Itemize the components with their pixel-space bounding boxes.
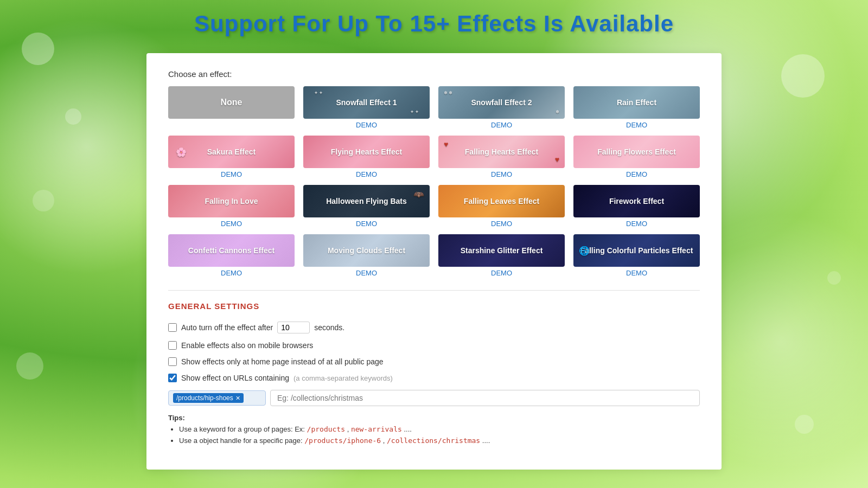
effect-btn-sakura[interactable]: 🌸 Sakura Effect xyxy=(168,136,295,168)
settings-section: GENERAL SETTINGS Auto turn off the effec… xyxy=(168,301,700,445)
auto-turnoff-row: Auto turn off the effect after seconds. xyxy=(168,322,700,333)
effect-cell-halloween: Halloween Flying Bats 🦇 DEMO xyxy=(303,185,430,228)
demo-link-moving-clouds[interactable]: DEMO xyxy=(356,269,377,277)
effect-btn-falling-hearts[interactable]: ♥ Falling Hearts Effect ♥ xyxy=(438,136,565,168)
effect-cell-confetti: Confetti Cannons Effect DEMO xyxy=(168,234,295,277)
mobile-row: Enable effects also on mobile browsers xyxy=(168,341,700,350)
auto-turnoff-label: Auto turn off the effect after xyxy=(181,323,273,332)
effect-cell-sakura: 🌸 Sakura Effect DEMO xyxy=(168,136,295,178)
effect-cell-moving-clouds: Moving Clouds Effect DEMO xyxy=(303,234,430,277)
effect-cell-flying-hearts: Flying Hearts Effect DEMO xyxy=(303,136,430,178)
tips-section: Tips: Use a keyword for a group of pages… xyxy=(168,414,700,445)
tip-1-code2: new-arrivals xyxy=(351,425,402,433)
url-input-row: /products/hip-shoes ✕ xyxy=(168,390,700,406)
main-card: Choose an effect: None ✦ ✦ Snowfall Effe… xyxy=(146,53,722,470)
effect-btn-halloween[interactable]: Halloween Flying Bats 🦇 xyxy=(303,185,430,217)
homepage-checkbox[interactable] xyxy=(168,357,177,366)
auto-turnoff-suffix: seconds. xyxy=(314,323,344,332)
effect-btn-confetti[interactable]: Confetti Cannons Effect xyxy=(168,234,295,267)
effect-btn-falling-in-love[interactable]: Falling In Love xyxy=(168,185,295,217)
effect-btn-moving-clouds[interactable]: Moving Clouds Effect xyxy=(303,234,430,267)
homepage-row: Show effects only at home page instead o… xyxy=(168,357,700,366)
demo-link-snowfall2[interactable]: DEMO xyxy=(491,121,512,129)
mobile-checkbox[interactable] xyxy=(168,341,177,350)
url-label: Show effect on URLs containing xyxy=(181,374,289,382)
demo-link-snowfall1[interactable]: DEMO xyxy=(356,121,377,129)
effect-btn-snowfall1[interactable]: ✦ ✦ Snowfall Effect 1 ✦ ✦ xyxy=(303,86,430,119)
effect-cell-none: None xyxy=(168,86,295,129)
effect-cell-snowfall2: ❄ ❄ Snowfall Effect 2 ❄ DEMO xyxy=(438,86,565,129)
url-row: Show effect on URLs containing (a comma-… xyxy=(168,374,700,382)
mobile-label: Enable effects also on mobile browsers xyxy=(181,341,313,350)
page-title: Support For Up To 15+ Effects Is Availab… xyxy=(194,11,674,37)
effect-cell-falling-hearts: ♥ Falling Hearts Effect ♥ DEMO xyxy=(438,136,565,178)
effect-btn-firework[interactable]: Firework Effect xyxy=(573,185,700,217)
demo-link-falling-flowers[interactable]: DEMO xyxy=(626,170,647,178)
url-hint: (a comma-separated keywords) xyxy=(293,374,393,382)
url-big-input[interactable] xyxy=(270,390,700,406)
demo-link-falling-leaves[interactable]: DEMO xyxy=(491,220,512,228)
effect-btn-starshine[interactable]: Starshine Glitter Effect xyxy=(438,234,565,267)
demo-link-rain[interactable]: DEMO xyxy=(626,121,647,129)
effect-btn-falling-leaves[interactable]: Falling Leaves Effect xyxy=(438,185,565,217)
url-checkbox[interactable] xyxy=(168,374,177,382)
tip-2-code2: /collections/christmas xyxy=(387,436,480,445)
effect-cell-rain: Rain Effect DEMO xyxy=(573,86,700,129)
effect-cell-falling-leaves: Falling Leaves Effect DEMO xyxy=(438,185,565,228)
demo-link-falling-in-love[interactable]: DEMO xyxy=(221,220,242,228)
auto-turnoff-checkbox[interactable] xyxy=(168,323,177,332)
effect-btn-snowfall2[interactable]: ❄ ❄ Snowfall Effect 2 ❄ xyxy=(438,86,565,119)
demo-link-firework[interactable]: DEMO xyxy=(626,220,647,228)
demo-link-falling-hearts[interactable]: DEMO xyxy=(491,170,512,178)
tip-1: Use a keyword for a group of pages: Ex: … xyxy=(179,425,700,433)
auto-turnoff-input[interactable] xyxy=(277,322,310,333)
effect-btn-none[interactable]: None xyxy=(168,86,295,119)
effect-btn-falling-colorful[interactable]: 🌐 Falling Colorful Particles Effect xyxy=(573,234,700,267)
effect-cell-starshine: Starshine Glitter Effect DEMO xyxy=(438,234,565,277)
demo-link-confetti[interactable]: DEMO xyxy=(221,269,242,277)
effect-cell-firework: Firework Effect DEMO xyxy=(573,185,700,228)
demo-link-halloween[interactable]: DEMO xyxy=(356,220,377,228)
effects-grid: None ✦ ✦ Snowfall Effect 1 ✦ ✦ DEMO ❄ ❄ … xyxy=(168,86,700,277)
demo-link-sakura[interactable]: DEMO xyxy=(221,170,242,178)
effect-btn-flying-hearts[interactable]: Flying Hearts Effect xyxy=(303,136,430,168)
homepage-label: Show effects only at home page instead o… xyxy=(181,357,384,366)
effect-cell-falling-colorful: 🌐 Falling Colorful Particles Effect DEMO xyxy=(573,234,700,277)
url-tag: /products/hip-shoes ✕ xyxy=(173,393,244,403)
demo-link-falling-colorful[interactable]: DEMO xyxy=(626,269,647,277)
divider xyxy=(168,290,700,291)
tip-1-code1: /products xyxy=(307,425,345,433)
tip-2-code1: /products/iphone-6 xyxy=(304,436,381,445)
effect-cell-falling-flowers: Falling Flowers Effect DEMO xyxy=(573,136,700,178)
effect-btn-falling-flowers[interactable]: Falling Flowers Effect xyxy=(573,136,700,168)
url-tag-remove[interactable]: ✕ xyxy=(235,395,240,402)
effect-btn-rain[interactable]: Rain Effect xyxy=(573,86,700,119)
demo-link-flying-hearts[interactable]: DEMO xyxy=(356,170,377,178)
tips-list: Use a keyword for a group of pages: Ex: … xyxy=(179,425,700,445)
demo-link-starshine[interactable]: DEMO xyxy=(491,269,512,277)
url-tag-container: /products/hip-shoes ✕ xyxy=(168,390,266,406)
url-tag-text: /products/hip-shoes xyxy=(176,394,233,402)
choose-label: Choose an effect: xyxy=(168,69,700,79)
general-settings-title: GENERAL SETTINGS xyxy=(168,301,700,311)
effect-cell-snowfall1: ✦ ✦ Snowfall Effect 1 ✦ ✦ DEMO xyxy=(303,86,430,129)
effect-cell-falling-in-love: Falling In Love DEMO xyxy=(168,185,295,228)
tips-title: Tips: xyxy=(168,414,185,422)
tip-2: Use a object handle for a specific page:… xyxy=(179,436,700,445)
